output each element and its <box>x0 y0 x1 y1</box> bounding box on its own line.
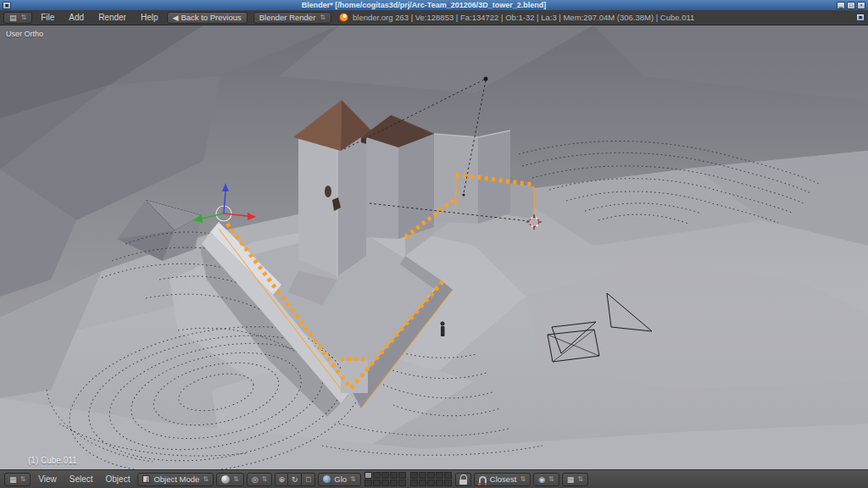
pivot-point-selector[interactable]: ◎ ⇅ <box>247 473 273 486</box>
opengl-render-button[interactable]: ◉ ⇅ <box>533 473 559 486</box>
rotate-icon: ↻ <box>292 475 298 484</box>
mode-selector[interactable]: Object Mode ⇅ <box>137 473 214 486</box>
chevron-updown-icon: ⇅ <box>577 475 583 483</box>
layer-button[interactable] <box>410 480 418 486</box>
window-title: Blender* [/home/cogitas3d/prj/Arc-Team_2… <box>13 0 835 10</box>
render-still-icon: ◉ <box>538 475 545 484</box>
active-object-label: (1) Cube.011 <box>28 456 77 465</box>
editor-type-selector[interactable]: ▤ ⇅ <box>3 12 32 24</box>
global-orientation-icon <box>323 475 331 483</box>
blender-logo-icon <box>339 13 348 22</box>
view-mode-label: User Ortho <box>6 30 43 38</box>
layer-button[interactable] <box>364 472 372 479</box>
lock-icon <box>459 474 468 485</box>
window-layout-icon[interactable]: ▣ <box>856 14 865 21</box>
snap-target-value: Closest <box>490 474 517 484</box>
layer-button[interactable] <box>373 472 381 479</box>
empty-origin-dot <box>463 194 465 197</box>
menu-select[interactable]: Select <box>64 473 98 486</box>
editor-type-selector[interactable]: ▦ ⇅ <box>4 473 31 486</box>
scale-manipulator-button[interactable]: □ <box>302 473 315 486</box>
rotate-manipulator-button[interactable]: ↻ <box>288 473 302 486</box>
menu-help[interactable]: Help <box>135 11 164 25</box>
chevron-updown-icon: ⇅ <box>20 475 26 483</box>
layer-button[interactable] <box>427 472 435 479</box>
object-mode-icon <box>142 475 150 483</box>
pivot-icon: ◎ <box>252 475 259 484</box>
layer-button[interactable] <box>373 480 381 486</box>
viewport-header: ▦ ⇅ View Select Object Object Mode ⇅ ⇅ ◎… <box>0 469 868 488</box>
chevron-updown-icon: ⇅ <box>320 14 326 21</box>
info-editor-icon: ▤ <box>9 14 17 22</box>
blender-window: ▣ Blender* [/home/cogitas3d/prj/Arc-Team… <box>0 0 868 488</box>
menu-add[interactable]: Add <box>63 11 90 25</box>
back-to-previous-button[interactable]: ◀ Back to Previous <box>167 12 248 24</box>
back-to-previous-label: Back to Previous <box>181 13 241 22</box>
render-engine-selector[interactable]: Blender Render ⇅ <box>253 12 331 24</box>
scale-figure <box>441 322 445 337</box>
menu-file[interactable]: File <box>35 11 60 25</box>
mode-value: Object Mode <box>153 474 199 484</box>
manipulator-toggles: ⊕ ↻ □ <box>275 473 315 486</box>
scene-statistics: blender.org 263 | Ve:128853 | Fa:134722 … <box>353 13 694 22</box>
3d-viewport[interactable]: User Ortho (1) Cube.011 <box>0 25 868 469</box>
layer-button[interactable] <box>381 480 389 486</box>
close-icon[interactable]: × <box>857 2 865 9</box>
layer-button[interactable] <box>444 472 452 479</box>
menu-object[interactable]: Object <box>101 473 136 486</box>
minimize-icon[interactable]: ▁ <box>837 2 845 9</box>
layer-button[interactable] <box>410 472 418 479</box>
translate-manipulator-button[interactable]: ⊕ <box>275 473 288 486</box>
chevron-updown-icon: ⇅ <box>233 475 239 483</box>
chevron-updown-icon: ⇅ <box>548 475 554 483</box>
3dview-editor-icon: ▦ <box>9 475 17 484</box>
render-anim-icon: ▦ <box>567 475 575 484</box>
layer-grid-1 <box>364 472 406 486</box>
layer-button[interactable] <box>419 480 426 486</box>
layer-button[interactable] <box>427 480 435 486</box>
menu-view[interactable]: View <box>33 473 62 486</box>
layer-button[interactable] <box>436 480 443 486</box>
top-header: ▤ ⇅ File Add Render Help ◀ Back to Previ… <box>0 10 868 25</box>
annex-building[interactable] <box>361 115 434 239</box>
layer-button[interactable] <box>390 480 398 486</box>
layer-button[interactable] <box>364 480 372 486</box>
layer-button[interactable] <box>444 480 452 486</box>
snap-magnet-icon <box>479 476 487 484</box>
layer-button[interactable] <box>436 472 443 479</box>
titlebar: ▣ Blender* [/home/cogitas3d/prj/Arc-Team… <box>0 0 868 10</box>
opengl-render-anim-button[interactable]: ▦ ⇅ <box>562 473 588 486</box>
keep-window <box>325 186 331 197</box>
3d-scene[interactable] <box>0 25 868 469</box>
maximize-icon[interactable]: □ <box>847 2 855 9</box>
chevron-updown-icon: ⇅ <box>262 475 268 483</box>
viewport-shading-selector[interactable]: ⇅ <box>216 473 244 486</box>
layer-button[interactable] <box>381 472 389 479</box>
lock-to-scene-button[interactable] <box>455 473 471 486</box>
back-arrow-icon: ◀ <box>173 14 179 22</box>
chevron-updown-icon: ⇅ <box>520 475 526 483</box>
empty-origin-dot <box>484 77 488 81</box>
layer-button[interactable] <box>398 472 406 479</box>
shading-sphere-icon <box>221 475 230 484</box>
layer-button[interactable] <box>398 480 406 486</box>
transform-orientation-selector[interactable]: Glo ⇅ <box>318 473 361 486</box>
translate-icon: ⊕ <box>278 475 285 484</box>
layer-button[interactable] <box>419 472 426 479</box>
orientation-value: Glo <box>334 474 347 484</box>
window-menu-icon[interactable]: ▣ <box>3 2 11 9</box>
chevron-updown-icon: ⇅ <box>350 475 356 483</box>
chevron-updown-icon: ⇅ <box>203 475 209 483</box>
menu-render[interactable]: Render <box>92 11 132 25</box>
scale-icon: □ <box>306 475 310 484</box>
layer-grid-2 <box>410 472 452 486</box>
chevron-updown-icon: ⇅ <box>21 14 27 21</box>
snap-selector[interactable]: Closest ⇅ <box>474 473 531 486</box>
render-engine-value: Blender Render <box>259 13 316 22</box>
layer-button[interactable] <box>390 472 398 479</box>
